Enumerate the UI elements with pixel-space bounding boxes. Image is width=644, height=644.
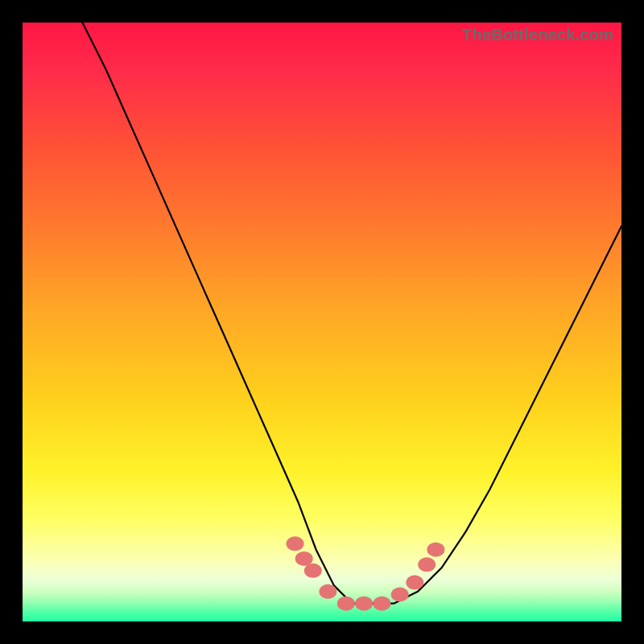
highlight-dots xyxy=(287,536,445,610)
highlight-dot xyxy=(355,597,373,611)
highlight-dot xyxy=(304,564,322,578)
highlight-dot xyxy=(406,576,423,590)
highlight-dot xyxy=(337,597,355,611)
chart-frame: TheBottleneck.com xyxy=(0,0,644,644)
highlight-dot xyxy=(391,588,409,602)
highlight-dot xyxy=(418,557,436,572)
highlight-dot xyxy=(427,543,444,557)
highlight-dot xyxy=(295,551,313,566)
plot-area: TheBottleneck.com xyxy=(23,23,621,621)
bottleneck-curve xyxy=(82,23,621,604)
highlight-dot xyxy=(373,597,390,611)
highlight-dot xyxy=(287,536,304,551)
highlight-dot xyxy=(319,584,336,599)
curve-layer xyxy=(23,23,621,621)
